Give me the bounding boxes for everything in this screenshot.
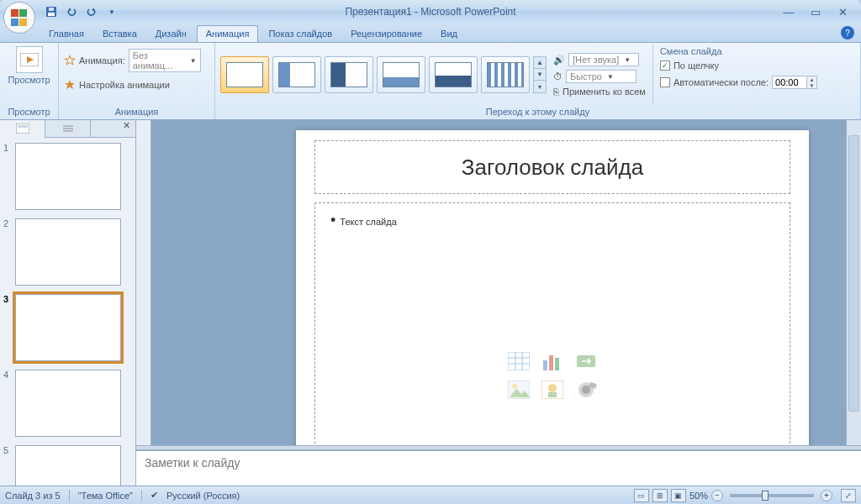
thumbnail-1[interactable]: 1 xyxy=(3,143,132,210)
window-title: Презентация1 - Microsoft PowerPoint xyxy=(0,6,861,18)
anim-label: Анимация: xyxy=(79,55,125,66)
transition-3[interactable] xyxy=(377,56,425,93)
insert-table-icon[interactable] xyxy=(504,349,533,373)
ribbon: Просмотр Просмотр Анимация: Без анимац..… xyxy=(0,43,861,120)
svg-rect-15 xyxy=(549,355,553,370)
transition-4[interactable] xyxy=(429,56,478,93)
fit-button[interactable]: ⤢ xyxy=(841,489,856,502)
transition-1[interactable] xyxy=(272,56,321,93)
language[interactable]: Русский (Россия) xyxy=(166,491,240,501)
slide-editor[interactable]: Заголовок слайда • Текст слайда xyxy=(136,120,861,445)
svg-rect-5 xyxy=(18,125,28,128)
slide-panel: ✕ 12345 xyxy=(0,120,136,486)
content-placeholder-icons xyxy=(504,349,600,402)
ruler-vertical xyxy=(136,120,151,445)
thumbnail-3[interactable]: 3 xyxy=(3,294,132,361)
undo-icon[interactable] xyxy=(62,3,81,21)
title-bar: ▼ Презентация1 - Microsoft PowerPoint — … xyxy=(0,0,861,24)
thumbnails-tab[interactable] xyxy=(0,120,45,138)
transition-2[interactable] xyxy=(325,56,373,93)
slide-position: Слайд 3 из 5 xyxy=(5,491,61,501)
preview-button[interactable]: Просмотр xyxy=(4,45,53,87)
zoom-value[interactable]: 50% xyxy=(689,491,708,501)
office-button[interactable] xyxy=(3,2,35,34)
tab-slideshow[interactable]: Показ слайдов xyxy=(260,26,341,42)
auto-after-checkbox[interactable] xyxy=(660,77,670,87)
ribbon-tabstrip: Главная Вставка Дизайн Анимация Показ сл… xyxy=(0,24,861,43)
insert-clipart-icon[interactable] xyxy=(538,378,567,402)
insert-picture-icon[interactable] xyxy=(504,378,533,402)
custom-anim-icon xyxy=(64,79,76,91)
save-icon[interactable] xyxy=(42,3,61,21)
speed-combo[interactable]: Быстро▼ xyxy=(566,70,637,83)
svg-rect-22 xyxy=(548,392,557,397)
anim-combo[interactable]: Без анимац...▼ xyxy=(129,49,201,72)
thumbnail-4[interactable]: 4 xyxy=(3,370,132,437)
group-label-transition: Переход к этому слайду xyxy=(220,105,855,119)
zoom-out-button[interactable]: − xyxy=(711,490,723,501)
custom-animation-button[interactable]: Настройка анимации xyxy=(64,78,170,92)
body-placeholder[interactable]: • Текст слайда xyxy=(314,202,790,445)
help-button[interactable]: ? xyxy=(841,26,854,39)
svg-rect-14 xyxy=(543,360,547,370)
outline-tab[interactable] xyxy=(45,120,91,137)
apply-all-button[interactable]: ⎘Применить ко всем xyxy=(553,86,646,97)
insert-smartart-icon[interactable] xyxy=(572,349,600,373)
sound-icon: 🔊 xyxy=(553,55,565,66)
sorter-view-button[interactable]: ⊞ xyxy=(652,489,668,502)
sound-combo[interactable]: [Нет звука]▼ xyxy=(568,53,639,66)
preview-icon xyxy=(16,46,43,73)
tab-view[interactable]: Вид xyxy=(432,26,466,42)
auto-after-spinner[interactable]: ▲▼ xyxy=(772,76,817,89)
quick-access-toolbar: ▼ xyxy=(42,0,121,24)
slideshow-view-button[interactable]: ▣ xyxy=(671,489,686,502)
tab-review[interactable]: Рецензирование xyxy=(342,26,430,42)
group-label-preview: Просмотр xyxy=(5,105,53,119)
svg-rect-2 xyxy=(49,8,54,11)
zoom-slider[interactable] xyxy=(730,494,814,497)
svg-rect-4 xyxy=(16,123,29,134)
notes-pane[interactable]: Заметки к слайду xyxy=(136,450,861,486)
svg-rect-9 xyxy=(508,352,530,370)
maximize-button[interactable]: ▭ xyxy=(806,4,826,19)
status-bar: Слайд 3 из 5 "Тема Office" ✔ Русский (Ро… xyxy=(0,486,861,504)
svg-point-24 xyxy=(582,386,590,394)
normal-view-button[interactable]: ▭ xyxy=(634,489,649,502)
qat-dropdown-icon[interactable]: ▼ xyxy=(103,3,121,21)
transition-5[interactable] xyxy=(481,56,530,93)
workspace: ✕ 12345 Заголовок слайда • Текст слайда xyxy=(0,120,861,486)
redo-icon[interactable] xyxy=(82,3,101,21)
gallery-scroll[interactable]: ▲▼▾ xyxy=(533,56,547,93)
star-icon xyxy=(64,55,76,66)
minimize-button[interactable]: — xyxy=(779,4,799,19)
insert-media-icon[interactable] xyxy=(572,378,600,402)
svg-rect-1 xyxy=(48,13,55,16)
theme-name: "Тема Office" xyxy=(78,491,133,501)
on-click-checkbox[interactable]: ✓ xyxy=(660,60,670,71)
apply-all-icon: ⎘ xyxy=(553,87,559,97)
transition-none[interactable] xyxy=(220,56,269,93)
speed-icon: ⏱ xyxy=(553,71,563,81)
thumbnail-2[interactable]: 2 xyxy=(3,218,132,286)
tab-design[interactable]: Дизайн xyxy=(147,26,195,42)
thumbnail-list: 12345 xyxy=(0,138,135,486)
transition-gallery: ▲▼▾ xyxy=(220,56,547,93)
slide-canvas[interactable]: Заголовок слайда • Текст слайда xyxy=(296,130,809,445)
zoom-in-button[interactable]: + xyxy=(821,490,832,501)
group-label-anim: Анимация xyxy=(64,105,209,119)
insert-chart-icon[interactable] xyxy=(538,349,567,373)
panel-close-icon[interactable]: ✕ xyxy=(118,120,135,137)
svg-point-19 xyxy=(512,384,517,389)
close-button[interactable]: ✕ xyxy=(832,4,853,19)
title-placeholder[interactable]: Заголовок слайда xyxy=(314,140,790,194)
svg-point-21 xyxy=(548,384,557,392)
tab-insert[interactable]: Вставка xyxy=(94,26,145,42)
tab-home[interactable]: Главная xyxy=(40,26,92,42)
scrollbar-vertical[interactable] xyxy=(846,120,861,445)
tab-animation[interactable]: Анимация xyxy=(197,25,259,42)
spellcheck-icon[interactable]: ✔ xyxy=(151,490,158,501)
thumbnail-5[interactable]: 5 xyxy=(3,445,132,486)
svg-rect-16 xyxy=(555,358,559,370)
advance-label: Смена слайда xyxy=(660,46,817,56)
